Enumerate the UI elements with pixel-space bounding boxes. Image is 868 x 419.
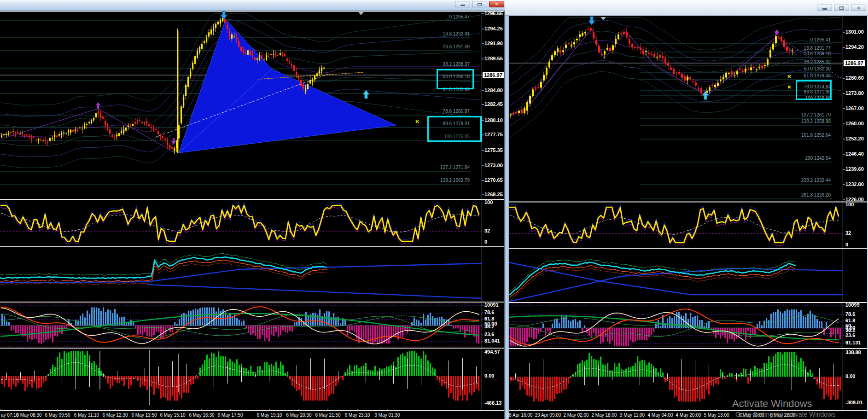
volume-scale-label: 0.00 [484, 373, 494, 378]
fib-level-label: 23.6 1289.18 [766, 51, 831, 56]
time-axis-label: 6 May 12:30 [102, 413, 128, 418]
volume-scale-label: 0.00 [845, 373, 855, 379]
right-restore-button[interactable] [834, 5, 849, 11]
price-axis-label: 1267.00 [845, 105, 864, 111]
trading-terminal: × × 1286.97 1286.97 Activate Windows Go … [0, 0, 868, 419]
volume-scale-label: 494.57 [484, 349, 500, 355]
price-axis-label: 1268.25 [484, 192, 503, 197]
fib-target-highlight-box[interactable] [796, 80, 832, 100]
price-axis-label: 1301.00 [845, 29, 864, 35]
price-axis-label: 1280.60 [845, 75, 864, 81]
window-divider [505, 0, 509, 419]
volume-scale-label: -309.01 [845, 400, 862, 405]
restore-icon [478, 3, 482, 6]
time-axis-label: 4 May 04:00 [647, 413, 673, 418]
oscillator-scale-label: 32 [484, 228, 490, 233]
right-minimize-button[interactable] [817, 5, 832, 11]
price-axis-label: 1294.20 [845, 44, 864, 50]
right-main-chart-plot[interactable] [509, 16, 843, 201]
right-current-price-box: 1286.97 [844, 60, 865, 66]
time-axis-label: 2 May 18:00 [591, 413, 617, 418]
right-close-button[interactable]: × [851, 5, 866, 11]
time-axis-label: 3 May 11:00 [620, 413, 645, 418]
price-axis-label: 1260.00 [845, 121, 864, 126]
fib-level-label: 23.6 1291.09 [405, 44, 470, 49]
price-axis-label: 1289.55 [484, 56, 503, 61]
minimize-icon [460, 5, 465, 6]
time-axis-label: 28 Apr 16:00 [507, 413, 533, 418]
price-axis-label: 1273.00 [484, 163, 503, 168]
price-axis-label: 1246.40 [845, 151, 864, 157]
left-current-price-box: 1286.97 [483, 72, 504, 78]
price-axis-label: 1277.75 [484, 132, 503, 137]
price-axis-label: 1280.10 [484, 117, 503, 123]
oscillator-scale-label: 0 [845, 242, 848, 247]
right-histogram-panel[interactable] [509, 303, 843, 348]
price-axis-label: 1270.65 [484, 177, 503, 183]
left-minimize-button[interactable] [455, 1, 470, 7]
time-axis-label: 6 May 08:30 [16, 413, 41, 418]
fib-target-highlight-box[interactable] [427, 116, 482, 142]
left-histogram-panel[interactable] [0, 303, 482, 348]
fib-level-label: 127.2 1261.79 [766, 112, 831, 117]
close-icon: × [857, 6, 860, 10]
fib-level-label: 138.2 1269.79 [405, 178, 470, 183]
volume-scale-label: -466.13 [484, 400, 501, 406]
right-ma-panel[interactable] [509, 249, 843, 302]
fisher-scale-label: 78.6 [845, 311, 855, 317]
price-axis-label: 1273.80 [845, 90, 864, 96]
fisher-scale-label: 78.6 [484, 309, 494, 315]
fib-level-label: 61.8 1279.08 [766, 73, 831, 78]
oscillator-scale-label: 0 [484, 239, 487, 244]
activate-windows-watermark: Activate Windows [732, 398, 812, 410]
fib-level-label: 261.8 1226.20 [766, 192, 831, 198]
time-axis-label: 29 Apr 09:00 [535, 413, 561, 418]
right-window-titlebar[interactable]: × [505, 0, 868, 16]
fib-level-label: 138.2 1258.88 [766, 119, 831, 124]
left-ma-panel[interactable] [0, 248, 482, 302]
fib-level-label: 238.2 1232.44 [766, 178, 831, 183]
fib-level-label: 50.0 1282.20 [766, 66, 831, 71]
close-icon: × [495, 2, 498, 6]
fisher-scale-label: 10091 [484, 302, 499, 308]
left-window-titlebar[interactable]: × [0, 0, 505, 11]
left-volume-panel[interactable] [0, 349, 482, 410]
oscillator-scale-label: 100 [845, 202, 854, 207]
fib-level-label: 78.6 1280.87 [405, 109, 470, 114]
fib-level-label: 13.8 1291.77 [766, 46, 831, 51]
fib-level-label: 161.8 1252.64 [766, 133, 831, 138]
fisher-scale-label: 23.6 [484, 332, 494, 337]
left-main-chart-plot[interactable] [0, 12, 482, 199]
fisher-scale-label: 10099 [845, 302, 860, 308]
price-axis-label: 1282.45 [484, 101, 503, 107]
fib-level-label: 13.8 1292.91 [405, 31, 470, 36]
fib-level-label: 0 1295.47 [405, 14, 470, 19]
oscillator-scale-label: 32 [845, 230, 851, 236]
volume-scale-label: 338.88 [845, 349, 861, 355]
left-oscillator-panel[interactable] [0, 201, 482, 246]
fib-level-label: 200 1242.54 [766, 156, 831, 161]
price-axis-label: 1291.90 [484, 41, 503, 46]
time-axis-label: 4 May 20:00 [676, 413, 701, 418]
left-close-button[interactable]: × [489, 1, 504, 7]
price-axis-label: 1239.60 [845, 166, 864, 172]
time-axis-label: 6 May 17:50 [217, 413, 243, 418]
time-axis-label: 9 May 01:30 [374, 413, 400, 418]
price-axis-label: 1253.20 [845, 136, 864, 141]
minimize-icon [822, 8, 827, 10]
fib-level-label: 38.2 1288.37 [405, 62, 470, 67]
fib-target-highlight-box[interactable] [437, 69, 474, 89]
time-axis-label: 6 May 23:10 [344, 413, 370, 418]
left-restore-button[interactable] [472, 1, 487, 7]
time-axis-label: 6 May 13:50 [131, 413, 157, 418]
price-axis-label: 1294.25 [484, 26, 503, 31]
time-axis-label: 5 May 13:00 [704, 413, 729, 418]
right-oscillator-panel[interactable] [509, 203, 843, 247]
price-axis-label: 1232.80 [845, 181, 864, 187]
left-window-edge [504, 0, 505, 419]
time-axis-label: 6 May 16:30 [189, 413, 214, 418]
fisher-scale-label: 38.2 [484, 324, 494, 329]
time-axis-label: 6 May 21:50 [315, 413, 340, 418]
oscillator-scale-label: 100 [484, 199, 493, 205]
fisher-scale-label: 81.041 [484, 338, 500, 343]
